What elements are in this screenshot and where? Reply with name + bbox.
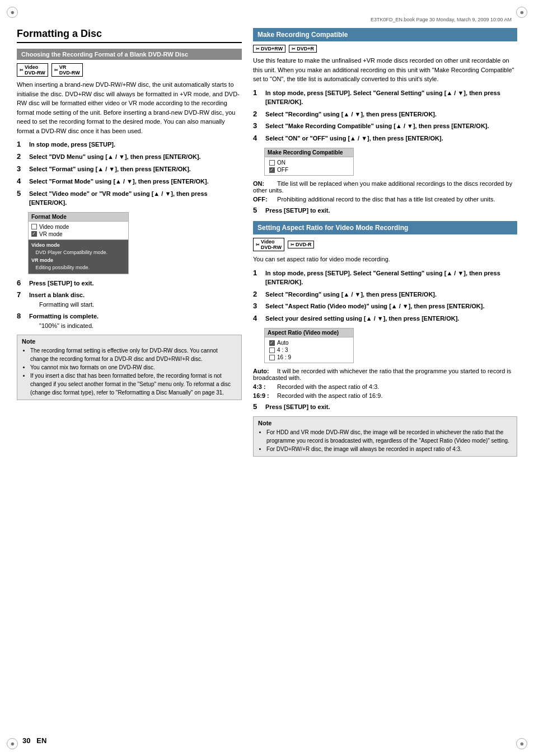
video-dvd-rw-badge: ✂ VideoDVD-RW	[17, 63, 48, 77]
dvd-r-badge: ✂DVD-R	[288, 241, 315, 248]
header-line: E3TK0FD_EN.book Page 30 Monday, March 9,…	[17, 17, 517, 22]
left-intro-text: When inserting a brand-new DVD-RW/+RW di…	[17, 80, 242, 135]
aspect-note-list: For HDD and VR mode DVD-RW disc, the ima…	[258, 428, 512, 453]
checkbox-4-3	[269, 348, 275, 353]
checkbox-vr-mode	[31, 231, 37, 237]
make-rec-step-2: 2 Select "Recording" using [▲ / ▼], then…	[253, 110, 517, 119]
step-4: 4 Select "Format Mode" using [▲ / ▼], th…	[17, 177, 242, 186]
checkbox-off	[269, 167, 275, 173]
aspect-ratio-intro: You can set aspect ratio for video mode …	[253, 255, 517, 264]
make-rec-step5: 5 Press [SETUP] to exit.	[253, 206, 517, 215]
step-5: 5 Select "Video mode" or "VR mode" using…	[17, 189, 242, 208]
format-mode-box: Format Mode Video mode VR mode Video mod…	[28, 212, 129, 274]
aspect-step-3: 3 Select "Aspect Ratio (Video mode)" usi…	[253, 302, 517, 311]
aspect-item-auto: Auto	[269, 339, 349, 346]
aspect-box-items: Auto 4 : 3 16 : 9	[265, 337, 353, 363]
steps-list-1: 1 In stop mode, press [SETUP]. 2 Select …	[17, 140, 242, 208]
aspect-note-item-2: For DVD+RW/+R disc, the image will alway…	[266, 445, 512, 453]
dvd-plus-rw-badge: ✂DVD+RW	[253, 45, 285, 53]
dvd-plus-r-badge: ✂DVD+R	[289, 45, 317, 53]
compat-box: Make Recording Compatible ON OFF	[264, 148, 354, 176]
aspect-ratio-heading: Setting Aspect Ratio for Video Mode Reco…	[253, 221, 517, 234]
step-3: 3 Select "Format" using [▲ / ▼], then pr…	[17, 165, 242, 174]
left-note-title: Note	[22, 338, 237, 345]
steps-list-2: 6 Press [SETUP] to exit. 7 Insert a blan…	[17, 279, 242, 331]
auto-desc: Auto: It will be recorded with whichever…	[253, 368, 517, 381]
aspect-note-item-1: For HDD and VR mode DVD-RW disc, the ima…	[266, 428, 512, 445]
left-note-box: Note The recording format setting is eff…	[17, 335, 242, 400]
right-icons-1: ✂DVD+RW ✂DVD+R	[253, 45, 517, 53]
aspect-step-1: 1 In stop mode, press [SETUP]. Select "G…	[253, 269, 517, 287]
make-rec-step-3: 3 Select "Make Recording Compatible" usi…	[253, 121, 517, 131]
off-desc: OFF: Prohibiting additional record to th…	[253, 196, 517, 203]
format-mode-items: Video mode VR mode	[29, 222, 128, 240]
make-recording-compatible-section: Make Recording Compatible ✂DVD+RW ✂DVD+R…	[253, 28, 517, 215]
4-3-desc: 4:3 : Recorded with the aspect ratio of …	[253, 383, 517, 390]
page-wrapper: ⊕ ⊕ ⊕ ⊕ E3TK0FD_EN.book Page 30 Monday, …	[0, 0, 534, 756]
make-recording-heading: Make Recording Compatible	[253, 28, 517, 41]
page-number: 30 EN	[22, 736, 46, 745]
sub-heading: Choosing the Recording Format of a Blank…	[17, 49, 242, 60]
format-mode-desc: Video mode DVD Player Compatibility mode…	[29, 240, 128, 274]
left-note-item-2: You cannot mix two formats on one DVD-RW…	[30, 363, 237, 372]
left-icon-badges: ✂ VideoDVD-RW ✂ VRDVD-RW	[17, 63, 242, 77]
corner-mark-tl: ⊕	[7, 7, 18, 18]
checkbox-auto	[269, 340, 275, 346]
make-rec-step5-container: 5 Press [SETUP] to exit.	[253, 206, 517, 215]
on-desc: ON: Title list will be replaced when you…	[253, 180, 517, 194]
corner-mark-br: ⊕	[516, 738, 527, 749]
aspect-step-5: 5 Press [SETUP] to exit.	[253, 402, 517, 412]
aspect-note-box: Note For HDD and VR mode DVD-RW disc, th…	[253, 416, 517, 457]
on-off-descriptions: ON: Title list will be replaced when you…	[253, 180, 517, 203]
aspect-step-4: 4 Select your desired setting using [▲ /…	[253, 314, 517, 323]
compat-item-on: ON	[269, 159, 349, 166]
make-recording-intro: Use this feature to make the unfinalised…	[253, 56, 517, 84]
vr-dvd-rw-badge: ✂ VRDVD-RW	[51, 63, 83, 77]
aspect-box-title: Aspect Ratio (Video mode)	[265, 328, 353, 337]
aspect-steps: 1 In stop mode, press [SETUP]. Select "G…	[253, 269, 517, 324]
aspect-ratio-section: Setting Aspect Ratio for Video Mode Reco…	[253, 221, 517, 457]
aspect-item-16-9: 16 : 9	[269, 354, 349, 361]
checkbox-16-9	[269, 355, 275, 360]
video-dvd-rw-badge-2: ✂VideoDVD-RW	[253, 238, 284, 251]
main-columns: Formatting a Disc Choosing the Recording…	[17, 28, 517, 461]
aspect-box: Aspect Ratio (Video mode) Auto 4 : 3	[264, 328, 354, 363]
compat-item-off: OFF	[269, 166, 349, 173]
make-recording-steps: 1 In stop mode, press [SETUP]. Select "G…	[253, 88, 517, 144]
make-rec-step-1: 1 In stop mode, press [SETUP]. Select "G…	[253, 88, 517, 107]
compat-box-title: Make Recording Compatible	[265, 148, 353, 157]
step-2: 2 Select "DVD Menu" using [▲ / ▼], then …	[17, 152, 242, 162]
left-note-item-3: If you insert a disc that has been forma…	[30, 372, 237, 397]
aspect-step-2: 2 Select "Recording" using [▲ / ▼], then…	[253, 290, 517, 299]
step-1: 1 In stop mode, press [SETUP].	[17, 140, 242, 149]
step-6: 6 Press [SETUP] to exit.	[17, 279, 242, 288]
format-mode-item-vr: VR mode	[31, 231, 125, 238]
left-note-item-1: The recording format setting is effectiv…	[30, 346, 237, 363]
left-column: Formatting a Disc Choosing the Recording…	[17, 28, 242, 461]
aspect-note-title: Note	[258, 420, 512, 426]
16-9-desc: 16:9 : Recorded with the aspect ratio of…	[253, 392, 517, 399]
format-mode-item-video: Video mode	[31, 223, 125, 231]
aspect-item-4-3: 4 : 3	[269, 346, 349, 354]
make-rec-step-4: 4 Select "ON" or "OFF" using [▲ / ▼], th…	[253, 134, 517, 143]
right-icons-2: ✂VideoDVD-RW ✂DVD-R	[253, 238, 517, 251]
step-7: 7 Insert a blank disc. Formatting will s…	[17, 290, 242, 309]
checkbox-on	[269, 160, 275, 166]
left-note-list: The recording format setting is effectiv…	[22, 346, 237, 397]
step-8: 8 Formatting is complete. "100%" is indi…	[17, 312, 242, 330]
main-title: Formatting a Disc	[17, 28, 242, 43]
checkbox-video-mode	[31, 224, 37, 229]
corner-mark-bl: ⊕	[7, 738, 18, 749]
corner-mark-tr: ⊕	[516, 7, 527, 18]
right-column: Make Recording Compatible ✂DVD+RW ✂DVD+R…	[253, 28, 517, 461]
format-mode-title: Format Mode	[29, 213, 128, 222]
aspect-options: Auto: It will be recorded with whichever…	[253, 368, 517, 399]
compat-box-items: ON OFF	[265, 157, 353, 175]
